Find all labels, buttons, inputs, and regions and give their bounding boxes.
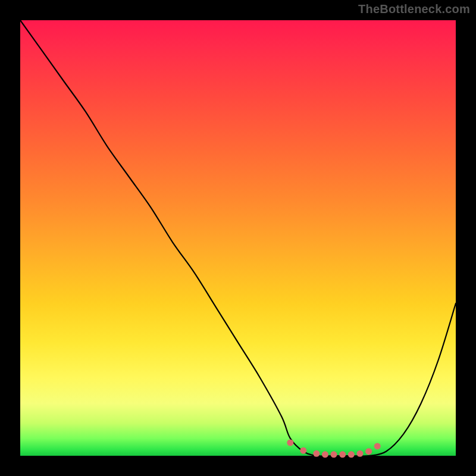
marker-dot bbox=[300, 447, 306, 454]
chart-container: TheBottleneck.com bbox=[0, 0, 476, 476]
marker-dot bbox=[365, 448, 372, 455]
marker-dot bbox=[374, 443, 381, 449]
marker-dot bbox=[348, 451, 355, 458]
marker-dot bbox=[357, 450, 364, 457]
marker-dot bbox=[313, 450, 320, 457]
plot-area bbox=[20, 20, 456, 456]
curve-svg bbox=[20, 20, 456, 456]
marker-dot bbox=[339, 451, 346, 458]
marker-dot bbox=[331, 451, 337, 458]
bottleneck-curve bbox=[20, 20, 456, 456]
marker-dot bbox=[287, 440, 293, 446]
flat-region-markers bbox=[287, 440, 380, 458]
watermark-text: TheBottleneck.com bbox=[358, 2, 470, 16]
marker-dot bbox=[322, 451, 328, 458]
